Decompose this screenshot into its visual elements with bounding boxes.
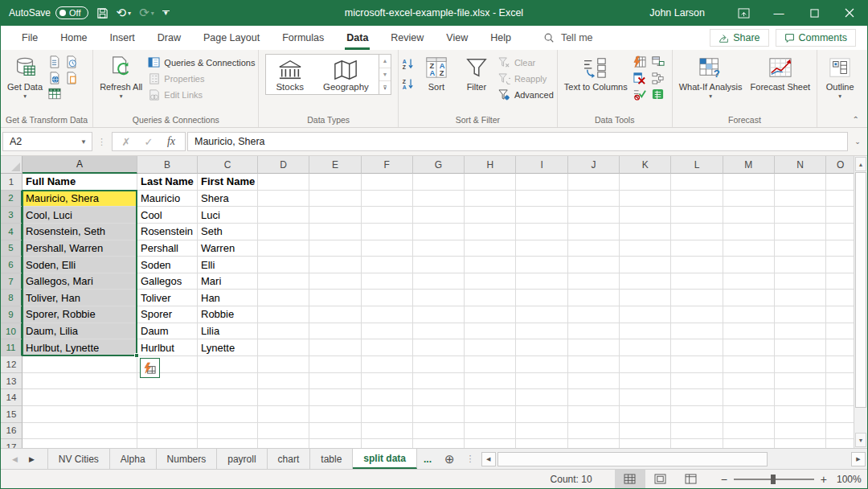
cell-A3[interactable]: Cool, Luci (23, 207, 137, 224)
zoom-level[interactable]: 100% (837, 474, 867, 485)
cell-D5[interactable] (258, 240, 309, 257)
horizontal-scroll-thumb[interactable] (497, 452, 768, 466)
page-layout-view-button[interactable] (645, 470, 676, 488)
tab-draw[interactable]: Draw (146, 26, 192, 50)
sort-button[interactable]: ZAAZ Sort (417, 52, 456, 95)
cell-B9[interactable]: Sporer (137, 306, 198, 323)
autosave-toggle[interactable]: Off (55, 6, 88, 19)
cell-H16[interactable] (465, 423, 516, 440)
cell-D14[interactable] (258, 389, 309, 406)
cell-M10[interactable] (723, 323, 775, 340)
collapse-ribbon-icon[interactable]: ⌃ (853, 115, 859, 124)
sheet-tab-payroll[interactable]: payroll (217, 449, 267, 469)
count-indicator[interactable]: Count: 10 (551, 474, 615, 485)
cell-N4[interactable] (775, 224, 826, 240)
cell-M13[interactable] (723, 373, 775, 390)
cell-E10[interactable] (309, 323, 361, 340)
cell-A7[interactable]: Gallegos, Mari (23, 273, 137, 290)
cell-J15[interactable] (568, 406, 620, 423)
minimize-button[interactable]: — (761, 0, 796, 26)
cell-A8[interactable]: Toliver, Han (23, 290, 137, 306)
cell-I7[interactable] (516, 273, 567, 290)
cell-C1[interactable]: First Name (198, 174, 258, 191)
cell-G10[interactable] (413, 323, 465, 340)
row-header-14[interactable]: 14 (1, 389, 23, 406)
cell-K12[interactable] (620, 356, 671, 373)
cell-K2[interactable] (620, 191, 671, 208)
sheet-tab-table[interactable]: table (310, 449, 353, 469)
cell-F16[interactable] (362, 423, 413, 440)
cell-O17[interactable] (826, 439, 854, 448)
cell-F17[interactable] (362, 439, 413, 448)
cell-N3[interactable] (775, 207, 826, 224)
cell-B14[interactable] (137, 389, 198, 406)
cell-O6[interactable] (826, 257, 854, 273)
cell-O14[interactable] (826, 389, 854, 406)
cell-L13[interactable] (671, 373, 723, 390)
vertical-scrollbar[interactable]: ▲ ▼ (854, 156, 867, 448)
geography-button[interactable]: Geography (313, 55, 379, 94)
horizontal-scroll-track[interactable] (769, 452, 850, 466)
cell-H17[interactable] (465, 439, 516, 448)
autosave-control[interactable]: AutoSave Off (9, 6, 88, 19)
cell-A5[interactable]: Pershall, Warren (23, 240, 137, 257)
cell-H9[interactable] (465, 306, 516, 323)
cell-N7[interactable] (775, 273, 826, 290)
cell-N14[interactable] (775, 389, 826, 406)
cell-A2[interactable]: Mauricio, Shera (23, 191, 137, 208)
cell-H13[interactable] (465, 373, 516, 390)
cell-N2[interactable] (775, 191, 826, 208)
col-header-C[interactable]: C (198, 156, 258, 174)
row-header-4[interactable]: 4 (1, 224, 23, 240)
cell-I15[interactable] (516, 406, 567, 423)
cell-B8[interactable]: Toliver (137, 290, 198, 306)
gallery-down-icon[interactable]: ▼ (379, 68, 391, 82)
cell-C7[interactable]: Mari (198, 273, 258, 290)
cell-H10[interactable] (465, 323, 516, 340)
cell-J10[interactable] (568, 323, 620, 340)
gallery-more-icon[interactable]: ⊽ (379, 81, 391, 94)
cell-J11[interactable] (568, 339, 620, 356)
zoom-out-button[interactable]: − (721, 473, 727, 486)
cell-L15[interactable] (671, 406, 723, 423)
cell-E3[interactable] (309, 207, 361, 224)
cell-M7[interactable] (723, 273, 775, 290)
cell-I2[interactable] (516, 191, 567, 208)
cell-A15[interactable] (23, 406, 137, 423)
cell-F2[interactable] (362, 191, 413, 208)
cell-O3[interactable] (826, 207, 854, 224)
cell-C3[interactable]: Luci (198, 207, 258, 224)
row-header-6[interactable]: 6 (1, 257, 23, 273)
cell-L10[interactable] (671, 323, 723, 340)
cell-B11[interactable]: Hurlbut (137, 339, 198, 356)
cell-M8[interactable] (723, 290, 775, 306)
col-header-G[interactable]: G (413, 156, 465, 174)
row-header-17[interactable]: 17 (1, 439, 23, 448)
cell-D12[interactable] (258, 356, 309, 373)
close-button[interactable] (832, 0, 867, 26)
cell-C2[interactable]: Shera (198, 191, 258, 208)
insert-function-icon[interactable]: fx (161, 135, 182, 148)
cell-N8[interactable] (775, 290, 826, 306)
tab-review[interactable]: Review (379, 26, 435, 50)
cell-L2[interactable] (671, 191, 723, 208)
cell-K15[interactable] (620, 406, 671, 423)
cell-C10[interactable]: Lilia (198, 323, 258, 340)
cell-D1[interactable] (258, 174, 309, 191)
cell-M11[interactable] (723, 339, 775, 356)
cell-E1[interactable] (309, 174, 361, 191)
cell-O11[interactable] (826, 339, 854, 356)
cell-F1[interactable] (362, 174, 413, 191)
cell-L7[interactable] (671, 273, 723, 290)
cell-H12[interactable] (465, 356, 516, 373)
row-header-10[interactable]: 10 (1, 323, 23, 340)
gallery-up-icon[interactable]: ▲ (379, 55, 391, 68)
name-box-caret-icon[interactable]: ▼ (80, 138, 92, 146)
cell-K4[interactable] (620, 224, 671, 240)
cell-E11[interactable] (309, 339, 361, 356)
tab-formulas[interactable]: Formulas (271, 26, 335, 50)
select-all-button[interactable] (1, 156, 23, 174)
cell-N11[interactable] (775, 339, 826, 356)
save-icon[interactable] (96, 7, 108, 19)
cell-N10[interactable] (775, 323, 826, 340)
